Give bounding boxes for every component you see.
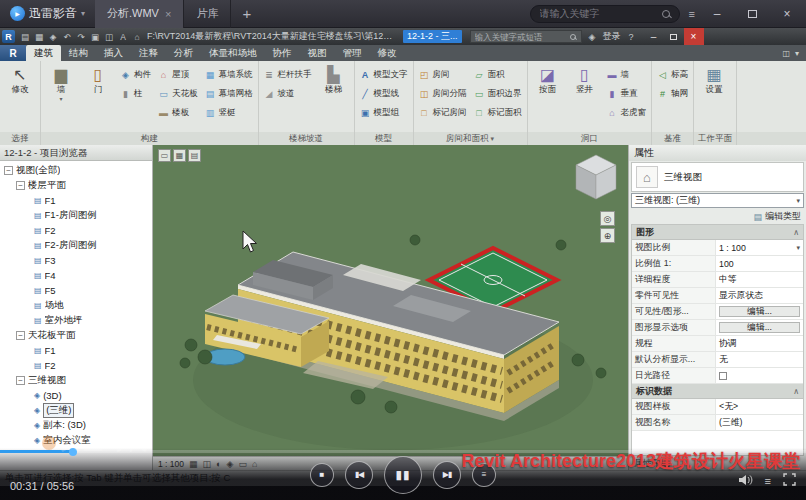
tab-view[interactable]: 视图 [300,45,335,61]
properties-header[interactable]: 属性 [629,145,806,161]
tab-modify[interactable]: 修改 [370,45,405,61]
tree-item[interactable]: ▤F1 [0,193,152,208]
tree-item[interactable]: ▤F1 [0,343,152,358]
roof-button[interactable]: ⌂ 屋顶 [156,65,200,84]
tab-library[interactable]: 片库 [184,0,231,28]
ribbon-options-caret-icon[interactable]: ▾ [795,49,799,58]
viewcube[interactable] [574,153,618,205]
3d-viewport[interactable]: ▭ ▦ ▤ ◎ ⊕ [153,145,628,470]
steering-wheel-icon[interactable]: ◎ [600,211,615,226]
room-separator-button[interactable]: ◫ 房间分隔 [417,84,469,103]
video-area[interactable]: R ▤ ▦ ◈ ↶ ↷ ▣ ◫ A ⌂ F:\RVT2014最新教程\RVT20… [0,28,806,486]
shaft-button[interactable]: ▯ 竖井 [568,63,602,130]
mullion-button[interactable]: ▥ 竖梃 [203,103,255,122]
panel-label-build[interactable]: 构建 [41,132,258,145]
fullscreen-icon[interactable] [783,473,796,488]
minimize-button[interactable]: – [704,0,730,28]
tree-item[interactable]: ▤F2 [0,223,152,238]
revit-minimize-button[interactable]: – [644,28,664,45]
property-value[interactable]: 中等 [716,272,803,287]
model-group-button[interactable]: ▣ 模型组 [358,103,410,122]
new-tab-button[interactable]: + [231,5,262,22]
tag-area-button[interactable]: □ 标记面积 [472,103,524,122]
wall-button[interactable]: ▆ 墙 ▾ [44,63,78,130]
revit-close-button[interactable]: × [684,28,704,45]
tree-item-floorplans[interactable]: −楼层平面 [0,178,152,193]
play-pause-button[interactable]: ▮▮ [384,456,422,494]
tree-item-views[interactable]: −视图(全部) [0,163,152,178]
tree-item[interactable]: ▤F1-房间图例 [0,208,152,223]
exchange-apps-icon[interactable]: ◈ [586,32,599,42]
tab-structure[interactable]: 结构 [61,45,96,61]
signin-button[interactable]: 登录 [603,30,621,43]
text-icon[interactable]: A [117,32,129,42]
property-value[interactable]: 显示原状态 [716,288,803,303]
main-menu-icon[interactable]: ≡ [689,8,695,20]
open-file-icon[interactable]: ▤ [19,32,31,42]
property-value[interactable]: 协调 [716,336,803,351]
property-section[interactable]: 图形 ∧ [632,225,803,240]
type-selector[interactable]: 三维视图: (三维) ▾ [631,193,804,208]
close-tab-icon[interactable]: × [165,8,171,20]
search-input[interactable] [531,8,662,19]
modify-button[interactable]: ↖ 修改 [3,63,37,130]
door-button[interactable]: ▯ 门 [81,63,115,130]
help-icon[interactable]: ? [625,32,638,42]
close-button[interactable]: × [774,0,800,28]
settings-icon[interactable]: ≡ [765,475,771,487]
property-value[interactable]: <无> [716,399,803,414]
previous-button[interactable]: ▮◀ [345,461,373,489]
ceiling-button[interactable]: ▭ 天花板 [156,84,200,103]
property-value[interactable]: (三维) [716,415,803,430]
tab-collaborate[interactable]: 协作 [265,45,300,61]
ribbon-display-icon[interactable]: ◫ [782,49,790,58]
next-button[interactable]: ▶▮ [433,461,461,489]
column-button[interactable]: ▮ 柱 [118,84,153,103]
tree-item[interactable]: ▤场地 [0,298,152,313]
search-icon[interactable] [662,10,670,18]
tab-massing-site[interactable]: 体量和场地 [201,45,265,61]
undo-icon[interactable]: ↶ [61,32,73,42]
curtain-system-button[interactable]: ▦ 幕墙系统 [203,65,255,84]
railing-button[interactable]: ≣ 栏杆扶手 [262,65,314,84]
property-value[interactable]: 无 [716,352,803,367]
expander-icon[interactable]: − [16,331,25,340]
room-button[interactable]: ◰ 房间 [417,65,469,84]
dormer-button[interactable]: ⌂ 老虎窗 [605,103,649,122]
panel-label-model[interactable]: 模型 [355,132,413,145]
tree-item-3dviews[interactable]: −三维视图 [0,373,152,388]
revit-logo-icon[interactable]: R [2,30,15,43]
property-section[interactable]: 标识数据 ∧ [632,384,803,399]
tree-item-ceilingplans[interactable]: −天花板平面 [0,328,152,343]
vertical-opening-button[interactable]: ▮ 垂直 [605,84,649,103]
panel-label-opening[interactable]: 洞口 [528,132,652,145]
expander-icon[interactable]: − [16,181,25,190]
tree-item[interactable]: ▤F2-房间图例 [0,238,152,253]
tab-architecture[interactable]: 建筑 [26,45,61,61]
area-boundary-button[interactable]: ▭ 面积边界 [472,84,524,103]
measure-icon[interactable]: ◫ [103,32,115,42]
grid-button[interactable]: # 轴网 [655,84,690,103]
maximize-button[interactable] [739,0,765,28]
sync-icon[interactable]: ◈ [47,32,59,42]
edit-type-button[interactable]: 编辑类型 [765,210,801,223]
tab-current-video[interactable]: 分析.WMV × [95,0,184,28]
tab-annotate[interactable]: 注释 [131,45,166,61]
checkbox[interactable] [719,372,727,380]
area-button[interactable]: ▱ 面积 [472,65,524,84]
project-browser-header[interactable]: 12-1-2 - 项目浏览器 [0,145,152,161]
tree-item[interactable]: ◈(3D) [0,388,152,403]
tree-item[interactable]: ▤F3 [0,253,152,268]
edit-button[interactable]: 编辑... [719,322,800,333]
tab-manage[interactable]: 管理 [335,45,370,61]
edit-button[interactable]: 编辑... [719,306,800,317]
stop-button[interactable]: ■ [310,463,334,487]
viewport-tool-icon[interactable]: ▭ [158,149,171,162]
save-icon[interactable]: ▦ [33,32,45,42]
volume-icon[interactable] [738,474,753,488]
panel-label-select[interactable]: 选择 [0,132,40,145]
property-value[interactable]: 1 : 100▾ [716,240,803,255]
application-menu-button[interactable]: R [0,45,26,61]
redo-icon[interactable]: ↷ [75,32,87,42]
zoom-icon[interactable]: ⊕ [600,228,615,243]
